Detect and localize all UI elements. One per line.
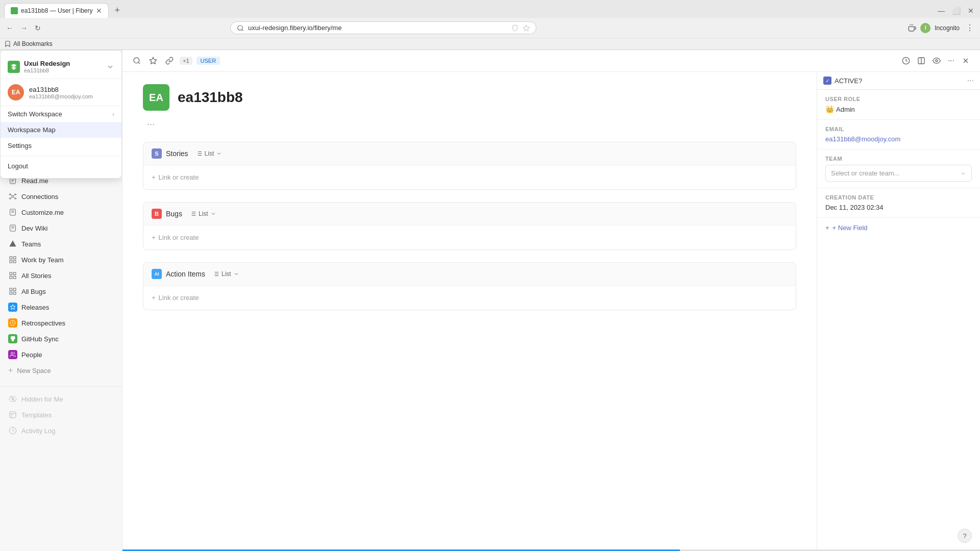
action-items-view-btn[interactable]: List xyxy=(209,269,242,279)
sidebar-item-githubsync[interactable]: GitHub Sync xyxy=(2,331,120,346)
stories-view-btn[interactable]: List xyxy=(192,149,226,158)
user-avatar-large: EA xyxy=(143,84,169,111)
sidebar-item-hidden[interactable]: Hidden for Me xyxy=(2,391,120,407)
close-button[interactable] xyxy=(960,55,972,67)
svg-rect-29 xyxy=(13,260,16,263)
more-button[interactable]: ··· xyxy=(946,54,957,67)
tab-title: ea131bb8 — User | Fibery xyxy=(21,7,93,14)
action-items-view-label: List xyxy=(222,270,231,278)
activitylog-label: Activity Log xyxy=(21,427,55,435)
githubsync-label: GitHub Sync xyxy=(21,335,59,343)
tab-close-btn[interactable]: ✕ xyxy=(96,7,102,15)
svg-marker-38 xyxy=(10,305,15,310)
address-bar[interactable]: uxui-redesign.fibery.io/fibery/me xyxy=(230,21,536,34)
action-items-link-create[interactable]: + Link or create xyxy=(152,290,788,306)
profile-avatar[interactable]: I xyxy=(920,23,930,33)
page-more-btn[interactable]: ... xyxy=(143,115,796,130)
new-tab-button[interactable]: + xyxy=(111,3,125,18)
sidebar-item-allstories[interactable]: All Stories xyxy=(2,268,120,283)
connections-icon xyxy=(8,192,17,201)
sidebar-item-people[interactable]: People xyxy=(2,347,120,362)
tab-favicon xyxy=(11,7,18,14)
active-checkbox[interactable]: ✓ xyxy=(823,77,831,85)
logout-item[interactable]: Logout xyxy=(1,158,121,174)
connections-label: Connections xyxy=(21,193,58,201)
sidebar-item-activitylog[interactable]: Activity Log xyxy=(2,423,120,438)
active-badge: ✓ ACTIVE? xyxy=(823,77,862,85)
bugs-link-create[interactable]: + Link or create xyxy=(152,230,788,245)
svg-rect-26 xyxy=(10,257,12,259)
main-content: +1 USER ··· xyxy=(122,50,980,551)
new-field-button[interactable]: + + New Field xyxy=(817,218,980,238)
sidebar-item-retrospectives[interactable]: Retrospectives xyxy=(2,315,120,331)
refresh-btn[interactable]: ↻ xyxy=(33,22,43,34)
bugs-link-create-label: Link or create xyxy=(159,234,199,241)
svg-rect-43 xyxy=(10,412,16,418)
view-button[interactable] xyxy=(930,55,943,67)
settings-btn[interactable]: ⋮ xyxy=(964,21,976,35)
workspace-name: Uxui Redesign xyxy=(24,60,70,67)
workbyteam-icon xyxy=(8,255,17,264)
workspace-chevron xyxy=(106,63,114,71)
team-select[interactable]: Select or create team... xyxy=(825,165,972,182)
star-button[interactable] xyxy=(147,55,159,67)
sidebar: Uxui Redesign ea131bb8 EA ea131bb8 ea131… xyxy=(0,50,122,551)
bugs-title: Bugs xyxy=(166,210,182,218)
profile-label: Incognito xyxy=(935,24,960,32)
toolbar-left: +1 USER xyxy=(131,55,220,67)
svg-rect-37 xyxy=(13,292,16,294)
right-panel: ✓ ACTIVE? ··· USER ROLE 👑 Admin EMAIL xyxy=(817,72,980,551)
back-btn[interactable]: ← xyxy=(4,22,15,34)
bugs-section-body: + Link or create xyxy=(143,226,796,249)
templates-icon xyxy=(8,410,17,419)
sidebar-item-workbyteam[interactable]: Work by Team xyxy=(2,252,120,267)
user-type-badge: USER xyxy=(197,57,220,65)
sidebar-item-templates[interactable]: Templates xyxy=(2,407,120,422)
switch-workspace-item[interactable]: Switch Workspace › xyxy=(1,106,121,122)
restore-btn[interactable]: ⬜ xyxy=(950,5,963,17)
switch-workspace-label: Switch Workspace xyxy=(8,110,62,118)
user-name: ea131bb8 xyxy=(29,86,93,93)
bugs-view-btn[interactable]: List xyxy=(186,209,219,218)
devwiki-label: Dev Wiki xyxy=(21,224,47,232)
svg-rect-33 xyxy=(13,276,16,279)
link-button[interactable] xyxy=(163,55,176,67)
search-button[interactable] xyxy=(131,55,143,67)
svg-rect-28 xyxy=(10,260,12,263)
bugs-view-label: List xyxy=(199,210,208,217)
close-btn[interactable]: ✕ xyxy=(966,5,976,17)
svg-rect-32 xyxy=(10,276,12,279)
columns-button[interactable] xyxy=(915,55,927,67)
workbyteam-label: Work by Team xyxy=(21,256,64,264)
sidebar-item-allbugs[interactable]: All Bugs xyxy=(2,284,120,299)
people-icon xyxy=(8,350,17,359)
stories-icon: S xyxy=(152,148,162,159)
svg-rect-35 xyxy=(13,288,16,291)
workspace-dropdown: Uxui Redesign ea131bb8 EA ea131bb8 ea131… xyxy=(0,50,122,179)
page-area: EA ea131bb8 ... S Stories List xyxy=(122,72,980,551)
workspace-map-item[interactable]: Workspace Map xyxy=(1,122,121,138)
browser-nav-bar: ← → ↻ uxui-redesign.fibery.io/fibery/me … xyxy=(0,18,980,38)
sidebar-item-devwiki[interactable]: Dev Wiki xyxy=(2,220,120,236)
minimize-btn[interactable]: — xyxy=(936,5,947,17)
sidebar-item-teams[interactable]: Teams xyxy=(2,236,120,252)
panel-more-button[interactable]: ··· xyxy=(967,76,974,85)
help-button[interactable]: ? xyxy=(958,529,972,543)
active-tab[interactable]: ea131bb8 — User | Fibery ✕ xyxy=(4,3,109,18)
sidebar-item-releases[interactable]: Releases xyxy=(2,299,120,315)
new-field-label: + New Field xyxy=(832,224,868,232)
allstories-label: All Stories xyxy=(21,272,52,280)
toolbar: +1 USER ··· xyxy=(122,50,980,72)
svg-line-16 xyxy=(13,194,15,196)
sidebar-item-customize[interactable]: Customize.me xyxy=(2,205,120,220)
settings-item[interactable]: Settings xyxy=(1,138,121,154)
svg-line-18 xyxy=(13,197,15,198)
svg-rect-34 xyxy=(10,288,12,291)
svg-rect-30 xyxy=(10,272,12,275)
new-space-button[interactable]: + New Space xyxy=(2,363,120,378)
browser-chrome: ea131bb8 — User | Fibery ✕ + — ⬜ ✕ ← → ↻… xyxy=(0,0,980,50)
forward-btn[interactable]: → xyxy=(18,22,30,34)
stories-link-create[interactable]: + Link or create xyxy=(152,169,788,185)
sidebar-item-connections[interactable]: Connections xyxy=(2,189,120,204)
history-button[interactable] xyxy=(900,55,912,67)
